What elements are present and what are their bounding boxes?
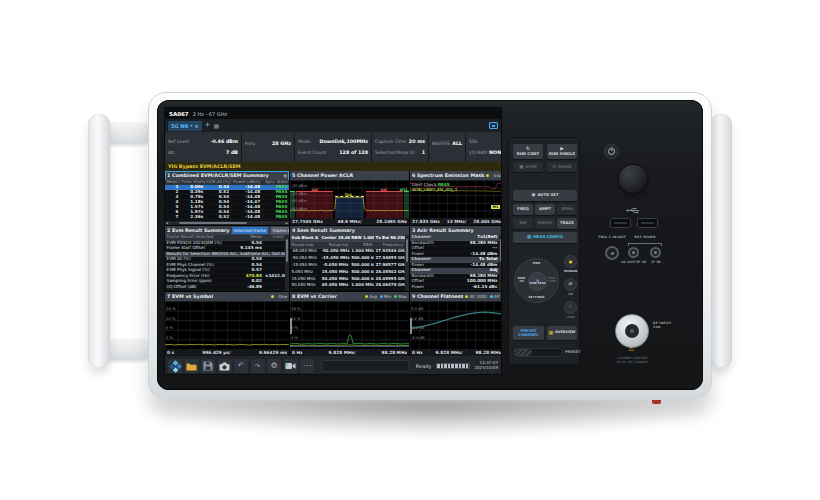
redo-icon[interactable]: ↷ <box>251 359 265 373</box>
settings-group-sgl[interactable]: SGL I/Q RAMNONE <box>466 132 502 162</box>
usb-port[interactable] <box>637 218 658 228</box>
mkr-to-button[interactable]: MKR TO <box>516 277 527 283</box>
sweep-button[interactable]: SWEEP <box>535 218 555 229</box>
window-channel-power-aclr[interactable]: 5 Channel Power ACLR Adj Tx1 Adj A <box>290 171 409 225</box>
run-cont-button[interactable]: ↻ RUN CONT <box>513 144 543 159</box>
window-header[interactable]: 4 Sem Result Summary <box>290 226 409 235</box>
window-header[interactable]: 2 Evm Result Summary Selected Frame Fram… <box>165 226 289 235</box>
vertical-scrollbar[interactable] <box>285 235 289 291</box>
window-header[interactable]: 6 Spectrum Emission Mask trace1 <box>410 171 502 180</box>
pane-splitter[interactable] <box>410 318 412 334</box>
aclr-summary-table[interactable]: ChannelTx1(Ref)Bandwidth98.280 MHzOffset… <box>410 235 502 291</box>
ampt-button[interactable]: AMPT <box>535 204 555 215</box>
settings-group-capture[interactable]: Capture Time20 ms Selected Meas ID1 <box>372 132 428 162</box>
stop-button[interactable]: ■ STOP <box>513 162 543 172</box>
preset-channel-button[interactable]: PRESET CHANNEL <box>513 326 544 340</box>
camera-icon[interactable] <box>218 359 232 373</box>
display-icon[interactable] <box>489 122 498 129</box>
window-evm-vs-symbol[interactable]: 7 EVM vs Symbol One 16 % 12 % 8 % 4 % <box>165 292 289 356</box>
sem-summary-table[interactable]: Sub Block ACenter 28.00 GHzRBW 1.000 MHz… <box>290 235 409 291</box>
evm-carrier-plot[interactable]: 16 % 12 % 8 % 4 % <box>290 301 409 349</box>
window-header[interactable]: 5 Channel Power ACLR <box>290 171 409 180</box>
window-header[interactable]: 1 Combined EVM/ACLR/SEM Summary ▦ <box>165 171 289 180</box>
trace-button[interactable]: TRACE <box>557 218 577 229</box>
close-icon[interactable]: × <box>194 123 198 129</box>
flatness-plot[interactable]: 0.4 dB 0.2 dB -0.2 dB -0.4 dB <box>410 301 502 349</box>
mkr-button[interactable]: MKR <box>515 262 558 265</box>
table-row[interactable]: 50.050 MHz65.050 MHz1.000 MHz28.06478 GH… <box>290 283 405 290</box>
table-row[interactable]: Power-61.15 dBc <box>410 285 499 291</box>
table-row[interactable]: Range LowRange UpRBWFrequency <box>290 242 405 249</box>
table-row[interactable]: 72.36s0.52-14.48PASS <box>165 215 289 220</box>
tab-frame-average[interactable]: Frame Averag <box>271 227 289 234</box>
span-button[interactable]: SPAN <box>557 204 577 215</box>
window-config-icon[interactable]: ▦ <box>283 173 287 178</box>
aclr-plot[interactable]: Adj Tx1 Adj Alt1 -20 dBm -40 dBm -60 dBm… <box>290 180 409 218</box>
lines-button[interactable]: ≡ <box>564 301 577 314</box>
window-evm-vs-carrier[interactable]: 8 EVM vs Carrier Avg Min Max <box>290 292 409 356</box>
folder-icon[interactable] <box>185 359 199 373</box>
table-row[interactable]: 15.050 MHz50.050 MHz500.000 kHz28.05995 … <box>290 276 405 283</box>
pane-splitter[interactable] <box>290 318 292 334</box>
evm-symbol-plot[interactable]: 16 % 12 % 8 % 4 % <box>165 301 289 349</box>
scroll-right-icon[interactable]: ▶ <box>285 221 289 225</box>
settings-button[interactable]: SETTINGS <box>515 296 558 299</box>
table-row[interactable]: Sub Block ACenter 28.00 GHzRBW 1.000 MHz… <box>290 235 405 242</box>
auto-set-button[interactable]: ◉ AUTO SET <box>513 190 577 201</box>
tab-5g-nr[interactable]: 5G NR ▾ × <box>168 121 202 131</box>
settings-group-freq[interactable]: Freq28 GHz <box>242 132 294 162</box>
overview-button[interactable]: ▦ OVERVIEW <box>547 326 577 340</box>
power-button[interactable] <box>604 144 619 159</box>
bw-button[interactable]: BW <box>513 218 533 229</box>
rotary-knob[interactable] <box>618 164 648 194</box>
trigger-button[interactable]: ● <box>564 255 577 268</box>
usb-port[interactable] <box>610 218 631 228</box>
evm-summary-table[interactable]: Frame Result SelectedMeanLimitEVM PDSCH … <box>165 235 289 291</box>
window-sem-result-summary[interactable]: 4 Sem Result Summary Sub Block ACenter 2… <box>290 226 409 291</box>
save-icon[interactable] <box>201 359 215 373</box>
add-tab-button[interactable]: + <box>205 122 211 129</box>
window-header[interactable]: 7 EVM vs Symbol One <box>165 292 289 301</box>
more-icon[interactable]: ⋯ <box>300 359 314 373</box>
screen-record-icon[interactable] <box>284 359 298 373</box>
settings-group-mode[interactable]: ModeDownlink,100MHz Event Count128 of 12… <box>295 132 371 162</box>
navigation-dpad[interactable]: MKR MKR TO MKR FUNC SETTINGS ▲ FIND PEAK <box>514 258 559 303</box>
find-peak-button[interactable]: ▲ FIND PEAK <box>528 272 547 291</box>
io-button[interactable]: ⇄ <box>564 278 577 291</box>
tab-selected-frame[interactable]: Selected Frame <box>232 227 269 234</box>
vertical-scrollbar[interactable] <box>499 235 502 291</box>
sem-plot[interactable]: Limit Check PASS W26_UBNT_KN_ADJ_1 M1 <box>410 180 502 218</box>
marker-label[interactable]: M1 <box>491 205 500 209</box>
horizontal-scrollbar[interactable]: ◀▶ <box>165 221 289 225</box>
chevron-down-icon[interactable]: ▾ <box>190 123 192 128</box>
window-spectrum-emission-mask[interactable]: 6 Spectrum Emission Mask trace1 Limit Ch… <box>410 171 502 225</box>
window-aclr-result-summary[interactable]: 3 Aclr Result Summary ChannelTx1(Ref)Ban… <box>410 226 502 291</box>
gear-icon[interactable]: ⚙ <box>267 359 281 373</box>
window-evm-result-summary[interactable]: 2 Evm Result Summary Selected Frame Fram… <box>165 226 289 291</box>
settings-group-bwsss[interactable]: BW/SSSALL <box>429 132 465 162</box>
window-header[interactable]: 8 EVM vs Carrier Avg Min Max <box>290 292 409 301</box>
undo-icon[interactable]: ↶ <box>234 359 248 373</box>
preset-slider[interactable] <box>513 348 563 357</box>
table-row[interactable]: -50.050 MHz-15.050 MHz500.000 kHz27.9485… <box>290 255 405 262</box>
table-row[interactable]: -65.050 MHz-50.050 MHz1.000 MHz27.93546 … <box>290 249 405 256</box>
table-row[interactable]: -15.050 MHz-5.050 MHz500.000 kHz27.98577… <box>290 262 405 269</box>
window-channel-flatness[interactable]: 9 Channel Flatness AP 2000 AP 1000 <box>410 292 502 356</box>
app-launcher-icon[interactable] <box>168 359 182 373</box>
pause-button[interactable]: II PAUSE <box>547 162 577 172</box>
combined-summary-table[interactable]: Meas IDTime StampEVM All [%]Power [dBm]S… <box>165 180 289 225</box>
message-field[interactable] <box>321 360 410 372</box>
settings-group-level[interactable]: Ref Level-0.46 dBm Att7 dB <box>165 132 241 162</box>
scroll-left-icon[interactable]: ◀ <box>165 221 169 225</box>
slider-handle[interactable] <box>514 349 532 356</box>
split-view-icon[interactable]: ▦ <box>213 123 219 129</box>
run-single-button[interactable]: ▶ RUN SINGLE <box>547 144 577 159</box>
window-header[interactable]: 3 Aclr Result Summary <box>410 226 502 235</box>
meas-config-button[interactable]: ▦ MEAS CONFIG <box>513 232 577 243</box>
mkr-func-button[interactable]: MKR FUNC <box>546 277 558 283</box>
table-row[interactable]: 5.050 MHz15.050 MHz500.000 kHz28.05502 G… <box>290 269 405 276</box>
window-combined-summary[interactable]: 1 Combined EVM/ACLR/SEM Summary ▦ Meas I… <box>165 171 289 225</box>
touchscreen[interactable]: SA067 2 Hz - 67 GHz 5G NR ▾ × + ▦ Ref Le… <box>164 107 502 375</box>
table-row[interactable]: I/Q Offset (dB)-46.89 <box>165 285 285 291</box>
vertical-scrollbar[interactable] <box>405 235 409 291</box>
